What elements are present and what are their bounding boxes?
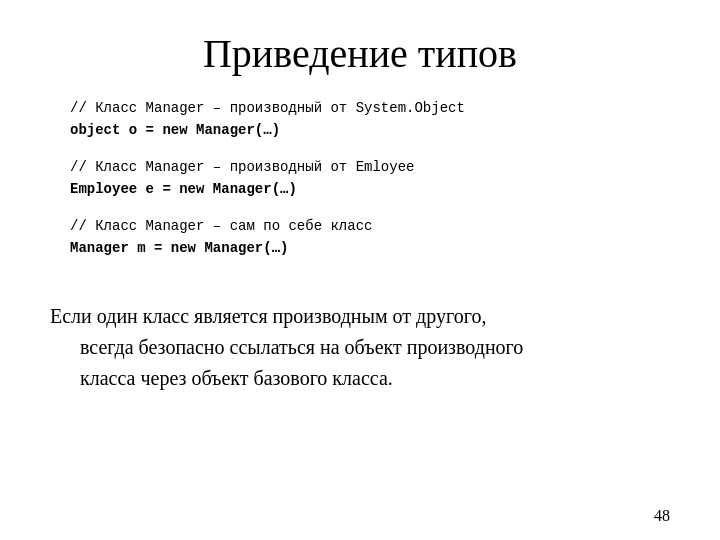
description-line3: класса через объект базового класса. <box>80 363 670 394</box>
slide: Приведение типов // Класс Manager – прои… <box>0 0 720 540</box>
code-statement-2: Employee e = new Manager(…) <box>70 178 670 200</box>
code-comment-1: // Класс Manager – производный от System… <box>70 97 670 119</box>
code-section-3: // Класс Manager – сам по себе класс Man… <box>70 215 670 260</box>
code-block: // Класс Manager – производный от System… <box>70 97 670 273</box>
description-line2: всегда безопасно ссылаться на объект про… <box>80 332 670 363</box>
page-number: 48 <box>654 507 670 525</box>
slide-title: Приведение типов <box>50 30 670 77</box>
code-statement-3: Manager m = new Manager(…) <box>70 237 670 259</box>
code-section-1: // Класс Manager – производный от System… <box>70 97 670 142</box>
description-block: Если один класс является производным от … <box>50 301 670 394</box>
code-comment-2: // Класс Manager – производный от Emloye… <box>70 156 670 178</box>
code-statement-1: object o = new Manager(…) <box>70 119 670 141</box>
code-comment-3: // Класс Manager – сам по себе класс <box>70 215 670 237</box>
code-section-2: // Класс Manager – производный от Emloye… <box>70 156 670 201</box>
description-line1: Если один класс является производным от … <box>50 305 486 327</box>
